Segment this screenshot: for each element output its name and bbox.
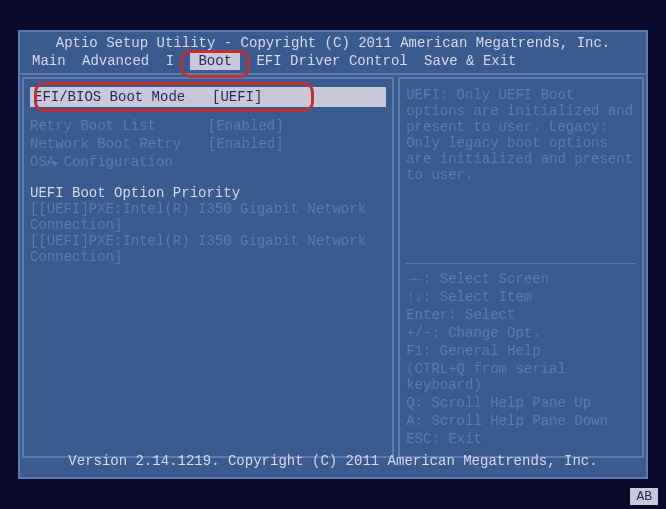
boot-mode-value: [UEFI] — [212, 89, 382, 105]
key-legend: →←: Select Screen ↑↓: Select Item Enter:… — [406, 270, 636, 448]
menu-i[interactable]: I — [166, 53, 174, 69]
submenu-icon: ▸ — [52, 154, 60, 171]
boot-priority-item-0[interactable]: [[UEFI]PXE:Intel(R) I350 Gigabit Network… — [30, 201, 386, 233]
menu-efi-driver-control[interactable]: EFI Driver Control — [256, 53, 407, 69]
panels: EFI/BIOS Boot Mode [UEFI] Retry Boot Lis… — [20, 73, 646, 460]
key-scroll-up: Q: Scroll Help Pane Up — [406, 394, 636, 412]
help-divider — [406, 263, 636, 264]
menu-bar[interactable]: Main Advanced I Boot EFI Driver Control … — [20, 51, 646, 73]
network-boot-retry-value: [Enabled] — [208, 136, 386, 152]
key-enter: Enter: Select — [406, 306, 636, 324]
key-scroll-down: A: Scroll Help Pane Down — [406, 412, 636, 430]
key-esc: ESC: Exit — [406, 430, 636, 448]
key-serial-note: (CTRL+Q from serial keyboard) — [406, 360, 636, 394]
boot-mode-label: EFI/BIOS Boot Mode — [34, 89, 204, 105]
title-bar: Aptio Setup Utility - Copyright (C) 2011… — [20, 32, 646, 51]
boot-priority-item-1[interactable]: [[UEFI]PXE:Intel(R) I350 Gigabit Network… — [30, 233, 386, 265]
retry-boot-list-label: Retry Boot List — [30, 118, 200, 134]
menu-boot[interactable]: Boot — [190, 52, 240, 70]
help-text: UEFI: Only UEFI Boot options are initial… — [406, 87, 636, 257]
network-boot-retry-label: Network Boot Retry — [30, 136, 200, 152]
key-general-help: F1: General Help — [406, 342, 636, 360]
bios-window: Aptio Setup Utility - Copyright (C) 2011… — [18, 30, 648, 479]
corner-badge: AB — [630, 488, 658, 505]
key-select-item: ↑↓: Select Item — [406, 288, 636, 306]
menu-save-exit[interactable]: Save & Exit — [424, 53, 516, 69]
retry-boot-list-row[interactable]: Retry Boot List [Enabled] — [30, 117, 386, 135]
menu-advanced[interactable]: Advanced — [82, 53, 149, 69]
key-change-opt: +/-: Change Opt. — [406, 324, 636, 342]
boot-mode-row[interactable]: EFI/BIOS Boot Mode [UEFI] — [30, 87, 386, 107]
menu-main[interactable]: Main — [32, 53, 66, 69]
help-panel: UEFI: Only UEFI Boot options are initial… — [398, 77, 644, 458]
version-footer: Version 2.14.1219. Copyright (C) 2011 Am… — [20, 453, 646, 469]
settings-panel: EFI/BIOS Boot Mode [UEFI] Retry Boot Lis… — [22, 77, 394, 458]
key-select-screen: →←: Select Screen — [406, 270, 636, 288]
network-boot-retry-row[interactable]: Network Boot Retry [Enabled] — [30, 135, 386, 153]
boot-priority-header: UEFI Boot Option Priority — [30, 185, 386, 201]
retry-boot-list-value: [Enabled] — [208, 118, 386, 134]
osa-configuration-row[interactable]: ▸ OSA Configuration — [30, 153, 386, 171]
